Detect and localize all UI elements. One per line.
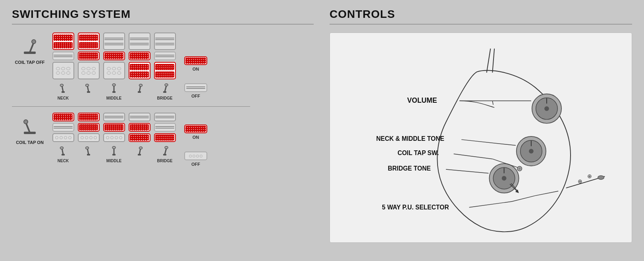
on-neck-label: NECK: [58, 159, 69, 163]
pos1-neck-hum: [52, 33, 75, 50]
svg-point-17: [165, 84, 168, 86]
controls-divider: [330, 24, 632, 25]
on-pos4-bridge: [128, 133, 151, 142]
on-pos2-bridge: [77, 133, 100, 142]
coil-tap-on-label-area: COIL TAP ON: [12, 113, 48, 145]
pos3-bridge-hum: [102, 62, 125, 79]
svg-point-14: [139, 84, 143, 86]
svg-point-32: [139, 147, 143, 149]
on-pos2-neck: [77, 113, 100, 121]
svg-point-48: [502, 176, 507, 181]
svg-point-26: [86, 147, 89, 149]
svg-line-70: [535, 191, 559, 196]
on-middle-label: MIDDLE: [106, 159, 121, 163]
svg-line-69: [512, 196, 535, 202]
svg-point-23: [60, 147, 64, 149]
pos2-switch-empty: [77, 83, 100, 100]
svg-text:⊕: ⊕: [578, 178, 582, 184]
coil-tap-on-label: COIL TAP ON: [16, 140, 44, 145]
coil-on-bridge-row: [52, 133, 176, 142]
svg-line-37: [492, 49, 494, 73]
on-legend-item: ON: [184, 56, 207, 71]
svg-point-53: [598, 176, 604, 180]
on-neck-switch-cell: NECK: [52, 145, 75, 163]
coil-off-bridge-row: [52, 62, 176, 79]
middle-switch-cell: MIDDLE: [102, 83, 125, 100]
coil-off-positions: NECK: [52, 33, 176, 100]
on-pos1-mid: [52, 123, 75, 132]
coil-off-legend: ON OFF: [184, 33, 207, 98]
off-legend-label: OFF: [191, 94, 200, 98]
on-pos4-neck: [128, 113, 151, 121]
middle-switch-icon: [109, 83, 119, 95]
on-middle-switch-cell: MIDDLE: [102, 145, 125, 163]
svg-point-8: [86, 84, 89, 86]
pos3-neck-hum: [102, 33, 125, 50]
pos1-mid-single: [52, 52, 75, 60]
on-pos2-switch: [77, 145, 100, 163]
coil-on-legend: ON OFF: [184, 113, 207, 167]
toggle-switch-off-icon: [20, 36, 40, 58]
on-legend-label: ON: [193, 67, 199, 71]
toggle-switch-on-icon: [20, 117, 40, 138]
off2-legend-label: OFF: [191, 162, 200, 167]
coil-tap-off-label: COIL TAP OFF: [15, 60, 44, 65]
svg-line-68: [469, 202, 512, 207]
svg-text:⊕: ⊕: [587, 173, 592, 179]
svg-line-66: [446, 169, 488, 173]
svg-line-61: [461, 140, 516, 146]
svg-text:COIL TAP SW.: COIL TAP SW.: [397, 150, 439, 156]
middle-label: MIDDLE: [106, 96, 121, 100]
svg-point-29: [112, 146, 116, 149]
svg-point-40: [544, 106, 549, 111]
controls-title: CONTROLS: [330, 8, 632, 21]
coil-on-middle-row: [52, 123, 176, 132]
neck-switch-cell: NECK: [52, 83, 75, 100]
on-pos3-neck: [102, 113, 125, 121]
svg-line-36: [487, 49, 491, 73]
svg-text:VOLUME: VOLUME: [407, 96, 437, 104]
pos5-bridge-hum: [153, 62, 176, 79]
pos5-neck-hum: [153, 33, 176, 50]
bridge-switch-cell: BRIDGE: [153, 83, 176, 100]
off-legend-item: OFF: [184, 83, 207, 98]
on-pos2-switch-icon: [84, 145, 93, 158]
on-pos3-bridge: [102, 133, 125, 142]
pos2-bridge-hum: [77, 62, 100, 79]
pos4-neck-hum: [128, 33, 151, 50]
on-pos4-mid: [128, 123, 151, 132]
pos2-mid-single: [77, 52, 100, 60]
svg-point-35: [165, 146, 168, 149]
on-pos5-neck: [153, 113, 176, 121]
on-bridge-label: BRIDGE: [157, 159, 173, 163]
on2-legend-label: ON: [193, 135, 199, 140]
coil-off-single-row: [52, 52, 176, 60]
switching-title: SWITCHING SYSTEM: [12, 8, 314, 21]
pos2-switch-icon: [84, 83, 93, 95]
neck-switch-icon: [58, 83, 68, 95]
switching-system-panel: SWITCHING SYSTEM COIL TAP OFF: [12, 8, 314, 243]
svg-text:BRIDGE TONE: BRIDGE TONE: [388, 165, 431, 172]
on-pos3-mid: [102, 123, 125, 132]
pos5-mid-single: [153, 52, 176, 60]
pos3-mid-single: [102, 52, 125, 60]
on-pos4-switch-icon: [135, 145, 144, 158]
controls-diagram: ⊕ ⊕ VOLUME NECK & MIDDLE TONE: [330, 33, 632, 243]
coil-on-positions: NECK: [52, 113, 176, 163]
coil-on-neck-row: [52, 113, 176, 121]
bridge-switch-icon: [160, 83, 170, 95]
svg-point-51: [519, 167, 521, 170]
pos2-neck-hum: [77, 33, 100, 50]
on-pos1-neck: [52, 113, 75, 121]
on-neck-switch-icon: [58, 145, 68, 158]
on-bridge-switch-icon: [160, 145, 170, 158]
on-pos1-bridge: [52, 133, 75, 142]
svg-line-16: [165, 86, 166, 92]
on-middle-switch-icon: [109, 145, 119, 158]
coil-off-hum-row: [52, 33, 176, 50]
controls-svg: ⊕ ⊕ VOLUME NECK & MIDDLE TONE: [338, 41, 624, 234]
coil-tap-on-block: COIL TAP ON: [12, 113, 314, 167]
pos4-mid-single: [128, 52, 151, 60]
on-pos4-switch: [128, 145, 151, 163]
on2-legend-item: ON: [184, 125, 207, 140]
